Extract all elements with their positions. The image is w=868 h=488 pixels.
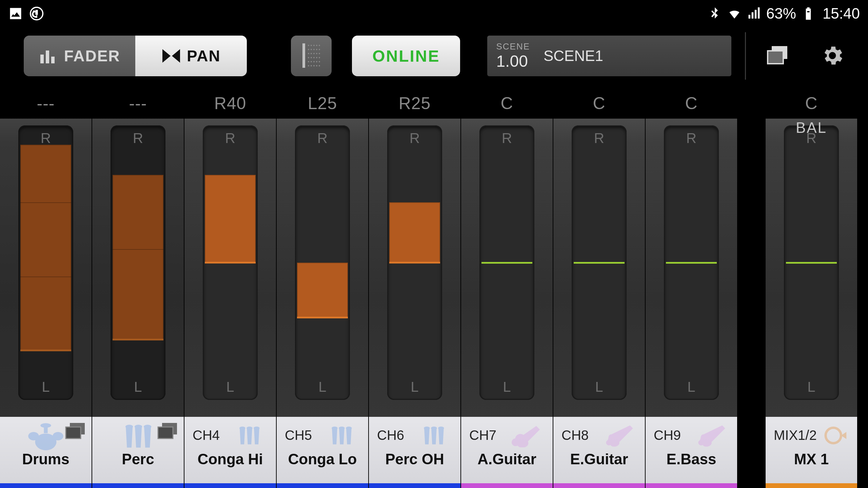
channel-color-bar	[461, 483, 553, 488]
scene-selector[interactable]: SCENE 1.00 SCENE1	[487, 36, 731, 76]
svg-rect-2	[46, 50, 49, 63]
svg-point-26	[313, 57, 315, 58]
pan-slider-area: RL	[553, 119, 645, 417]
channel-label[interactable]: CH7A.Guitar	[461, 417, 553, 488]
channel-label[interactable]: Perc	[92, 417, 184, 488]
pan-tab[interactable]: PAN	[135, 36, 247, 76]
channel-color-bar	[277, 483, 368, 488]
fader-tab[interactable]: FADER	[24, 36, 135, 76]
pan-slider-area: RL	[184, 119, 276, 417]
pan-slider-area: RL	[369, 119, 460, 417]
pan-slider-area: RL	[646, 119, 737, 417]
channel-label[interactable]: CH6Perc OH	[369, 417, 460, 488]
pan-value: C	[646, 88, 737, 119]
pan-slider[interactable]: RL	[664, 125, 719, 400]
settings-button[interactable]	[817, 41, 848, 71]
svg-marker-4	[162, 49, 171, 63]
pan-top-label: R	[225, 130, 235, 146]
channel-strip: CRLCH7A.Guitar	[461, 88, 553, 488]
pan-value: R25	[369, 88, 460, 119]
channel-name: A.Guitar	[469, 451, 545, 468]
channel-name: MX 1	[774, 451, 849, 468]
pan-value: C	[766, 88, 857, 119]
svg-marker-5	[172, 49, 180, 63]
bluetooth-icon	[707, 6, 722, 21]
channel-label[interactable]: CH8E.Guitar	[553, 417, 645, 488]
channel-color-bar	[184, 483, 276, 488]
svg-rect-6	[302, 43, 305, 68]
pan-slider[interactable]: RL	[387, 125, 442, 400]
congas-icon	[412, 424, 456, 447]
scene-number: 1.00	[496, 52, 530, 70]
channel-id: CH7	[469, 428, 496, 443]
pan-slider[interactable]: RL	[18, 125, 73, 400]
layers-button[interactable]	[763, 41, 793, 71]
pan-icon	[162, 48, 181, 63]
gear-icon	[820, 43, 845, 69]
pan-slider[interactable]: RL	[479, 125, 534, 400]
channel-strip: R25RLCH6Perc OH	[369, 88, 461, 488]
svg-point-30	[311, 61, 312, 62]
pan-slider[interactable]: RL	[572, 125, 627, 400]
pan-slider[interactable]: RL	[295, 125, 350, 400]
pan-center-indicator	[666, 262, 717, 264]
channel-name: E.Bass	[654, 451, 729, 468]
channel-name: Perc	[100, 451, 176, 468]
top-toolbar: FADER PAN	[0, 27, 868, 85]
svg-point-23	[319, 53, 320, 54]
eguitar-icon	[596, 424, 640, 447]
pan-slider[interactable]: RL	[784, 125, 839, 400]
pan-slider[interactable]: RL	[111, 125, 165, 400]
channel-id: CH5	[285, 428, 312, 443]
channel-id: CH6	[377, 428, 404, 443]
power-icon	[29, 6, 44, 21]
android-status-bar: 63% 15:40	[0, 0, 868, 27]
group-stack-icon	[157, 422, 178, 439]
signal-icon	[747, 6, 762, 21]
pan-center-indicator	[786, 262, 837, 264]
scene-caption: SCENE	[496, 41, 530, 52]
svg-point-38	[319, 65, 320, 66]
pan-bottom-label: L	[807, 379, 815, 395]
pan-handle-edge	[389, 262, 440, 264]
channel-strip: ---RLDrums	[0, 88, 92, 488]
svg-point-21	[313, 53, 315, 54]
overview-button[interactable]	[291, 36, 332, 76]
channel-strip: R40RLCH4Conga Hi	[184, 88, 277, 488]
clock-time: 15:40	[823, 5, 860, 22]
svg-point-28	[319, 57, 320, 58]
channel-label[interactable]: CH9E.Bass	[646, 417, 737, 488]
toolbar-divider	[745, 32, 746, 80]
pan-fill	[205, 175, 256, 263]
svg-point-29	[308, 61, 309, 62]
channel-strip-row: ---RLDrums---RLPercR40RLCH4Conga HiL25RL…	[0, 85, 868, 488]
channel-label[interactable]: MIX1/2MX 1	[766, 417, 857, 488]
svg-point-14	[308, 49, 309, 50]
svg-point-35	[311, 65, 312, 66]
channel-strip: L25RLCH5Conga Lo	[277, 88, 369, 488]
channel-strip: CRLCH8E.Guitar	[553, 88, 646, 488]
overview-grid-icon	[301, 42, 321, 70]
eguitar-icon	[688, 424, 732, 447]
pan-top-label: R	[686, 130, 696, 146]
svg-point-11	[313, 45, 315, 46]
channel-name: Conga Hi	[193, 451, 268, 468]
svg-rect-0	[806, 12, 810, 19]
pan-segment-divider	[20, 202, 71, 203]
wifi-icon	[727, 6, 742, 21]
channel-label[interactable]: Drums	[0, 417, 92, 488]
channel-label[interactable]: CH5Conga Lo	[277, 417, 368, 488]
svg-point-33	[319, 61, 320, 62]
channel-name: Drums	[8, 451, 83, 468]
channel-label[interactable]: CH4Conga Hi	[184, 417, 276, 488]
pan-value: C	[553, 88, 645, 119]
channel-id: CH8	[561, 428, 589, 443]
svg-rect-7	[307, 43, 321, 68]
online-button[interactable]: ONLINE	[352, 36, 460, 76]
pan-bottom-label: L	[595, 379, 603, 395]
svg-point-34	[308, 65, 309, 66]
pan-slider[interactable]: RL	[203, 125, 258, 400]
mix-icon	[808, 424, 852, 447]
pan-handle-edge	[20, 350, 71, 351]
battery-icon	[801, 6, 816, 21]
